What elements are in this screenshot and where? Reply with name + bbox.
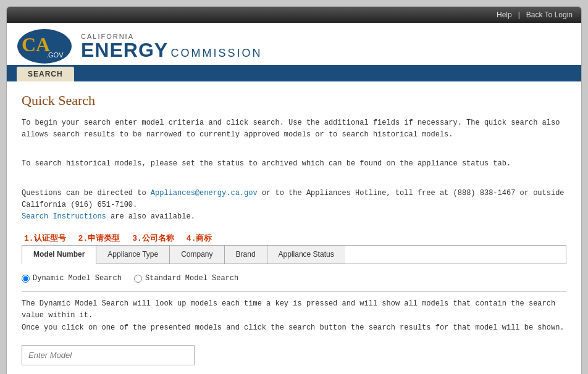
main-container: Help | Back To Login CA .GOV CALIFORNIA bbox=[6, 6, 582, 374]
header: CA .GOV CALIFORNIA ENERGY COMMISSION bbox=[7, 23, 581, 67]
tab-label-1: 1.认证型号 bbox=[24, 233, 66, 244]
contact-text: Questions can be directed to Appliances@… bbox=[22, 188, 566, 223]
standard-search-radio[interactable] bbox=[134, 275, 142, 283]
nav-bar: SEARCH bbox=[7, 67, 581, 81]
contact-end: are also available. bbox=[111, 212, 195, 221]
divider bbox=[22, 291, 566, 292]
desc-line1: The Dynamic Model Search will look up mo… bbox=[22, 299, 555, 320]
search-instructions-link[interactable]: Search Instructions bbox=[22, 212, 106, 221]
standard-search-label: Standard Model Search bbox=[145, 274, 238, 283]
commission-text: COMMISSION bbox=[171, 47, 262, 59]
tab-model-number[interactable]: Model Number bbox=[22, 246, 96, 264]
tab-label-2: 2.申请类型 bbox=[78, 233, 120, 244]
back-to-login-link[interactable]: Back To Login bbox=[526, 10, 573, 19]
search-nav-tab[interactable]: SEARCH bbox=[17, 67, 74, 81]
help-link[interactable]: Help bbox=[497, 10, 512, 19]
tab-company[interactable]: Company bbox=[170, 246, 224, 264]
tab-label-3: 3.公司名称 bbox=[132, 233, 174, 244]
svg-text:.GOV: .GOV bbox=[46, 51, 64, 59]
standard-search-radio-label[interactable]: Standard Model Search bbox=[134, 274, 238, 283]
content-area: Quick Search To begin your search enter … bbox=[7, 81, 581, 374]
energy-commission-line: ENERGY COMMISSION bbox=[81, 40, 262, 60]
contact-prefix: Questions can be directed to bbox=[22, 189, 146, 197]
tab-appliance-type[interactable]: Appliance Type bbox=[96, 246, 170, 264]
dynamic-search-radio[interactable] bbox=[22, 275, 30, 283]
tabs-container: Model Number Appliance Type Company Bran… bbox=[22, 245, 566, 264]
tab-labels-row: 1.认证型号 2.申请类型 3.公司名称 4.商标 bbox=[22, 233, 566, 244]
ca-gov-logo: CA .GOV bbox=[17, 28, 72, 65]
top-bar-divider: | bbox=[518, 10, 520, 19]
tab-label-4: 4.商标 bbox=[187, 233, 212, 244]
top-bar: Help | Back To Login bbox=[7, 7, 581, 23]
radio-group: Dynamic Model Search Standard Model Sear… bbox=[22, 274, 566, 283]
intro-text-2: To search historical models, please set … bbox=[22, 158, 566, 170]
model-search-input[interactable] bbox=[22, 345, 195, 365]
title-area: CALIFORNIA ENERGY COMMISSION bbox=[81, 33, 262, 60]
dynamic-search-label: Dynamic Model Search bbox=[33, 274, 122, 283]
page-title: Quick Search bbox=[22, 93, 566, 109]
dynamic-search-radio-label[interactable]: Dynamic Model Search bbox=[22, 274, 122, 283]
search-input-wrap bbox=[22, 345, 566, 365]
logo-area: CA .GOV CALIFORNIA ENERGY COMMISSION bbox=[17, 28, 571, 65]
tab-appliance-status[interactable]: Appliance Status bbox=[267, 246, 345, 264]
contact-email-link[interactable]: Appliances@energy.ca.gov bbox=[151, 189, 258, 197]
desc-line2: Once you click on one of the presented m… bbox=[22, 323, 565, 332]
energy-text: ENERGY bbox=[81, 39, 168, 61]
intro-text-1: To begin your search enter model criteri… bbox=[22, 117, 566, 141]
search-description: The Dynamic Model Search will look up mo… bbox=[22, 298, 566, 334]
tab-brand[interactable]: Brand bbox=[225, 246, 267, 264]
